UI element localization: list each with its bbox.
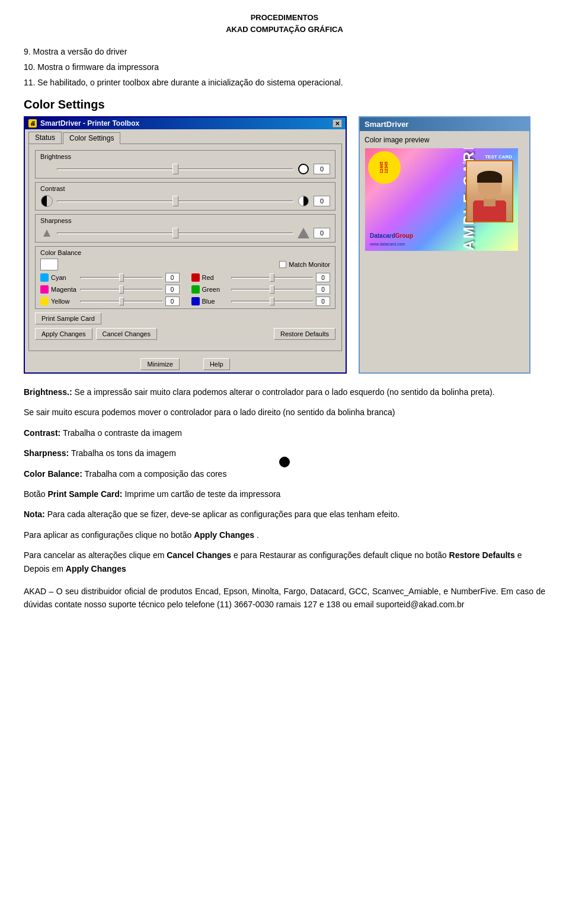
magenta-value: 0: [165, 285, 180, 294]
color-image-preview-label: Color image preview: [365, 136, 525, 144]
match-monitor-row: Match Monitor: [279, 261, 330, 268]
blue-value: 0: [316, 297, 330, 306]
cancel-intro: Para cancelar as alterações clique em: [24, 550, 167, 560]
apply-description: Para aplicar as configurações clique no …: [24, 528, 545, 541]
sharpness-slider[interactable]: [57, 229, 293, 237]
restore-defaults-term: Restore Defaults: [449, 550, 515, 560]
contrast-group: Contrast 0: [35, 182, 335, 211]
sharpness-group: Sharpness 0: [35, 214, 335, 243]
minimize-button[interactable]: Minimize: [140, 358, 179, 370]
card-preview: 12445 12345 TEST CARD abcdefghijklmnopqr…: [365, 148, 519, 251]
blue-slider[interactable]: [231, 298, 314, 304]
color-balance-term: Color Balance:: [24, 469, 82, 479]
magenta-slider-row: Magenta 0: [40, 285, 180, 294]
akad-footer: AKAD – O seu distribuidor oficial de pro…: [24, 585, 545, 611]
red-slider[interactable]: [231, 275, 314, 281]
green-slider[interactable]: [231, 286, 314, 292]
sharpness-text: Trabalha os tons da imagem: [71, 448, 176, 458]
cyan-slider[interactable]: [80, 275, 163, 281]
card-website: www.datacard.com: [370, 242, 405, 246]
item-10-text: Mostra o firmware da impressora: [37, 62, 159, 72]
contrast-row: 0: [40, 195, 330, 208]
match-monitor-checkbox[interactable]: [279, 261, 286, 268]
color-balance-label: Color Balance: [40, 249, 330, 256]
smartdriver-title: SmartDriver: [365, 120, 408, 129]
blue-slider-row: Blue 0: [191, 297, 331, 306]
apply-changes-button[interactable]: Apply Changes: [35, 328, 92, 340]
brightness-light-icon: [297, 163, 310, 176]
brightness-row: 0: [40, 163, 330, 176]
brightness-group: Brightness 0: [35, 150, 335, 179]
nota-term: Nota:: [24, 509, 45, 519]
red-slider-row: Red 0: [191, 273, 331, 282]
nota-description: Nota: Para cada alteração que se fizer, …: [24, 508, 545, 521]
cancel-description: Para cancelar as alterações clique em Ca…: [24, 549, 545, 575]
magenta-slider[interactable]: [80, 286, 163, 292]
cancel-text: e para Restaurar as configurações defaul…: [234, 550, 449, 560]
sharpness-dark-description: Se sair muito escura podemos mover o con…: [24, 406, 545, 419]
tab-status[interactable]: Status: [28, 132, 62, 144]
apply-text: .: [257, 530, 259, 540]
color-settings-heading: Color Settings: [24, 98, 545, 111]
sharpness-large-icon: [297, 227, 310, 240]
contrast-light-icon: [297, 195, 310, 208]
sharpness-value: 0: [314, 228, 330, 238]
brightness-label: Brightness: [40, 153, 330, 160]
color-balance-description: Color Balance: Trabalha com a composição…: [24, 467, 545, 480]
contrast-value: 0: [314, 196, 330, 206]
action-buttons-row: Apply Changes Cancel Changes Restore Def…: [35, 328, 335, 340]
help-button[interactable]: Help: [203, 358, 230, 370]
tab-color-settings[interactable]: Color Settings: [63, 132, 120, 144]
cancel-changes-button[interactable]: Cancel Changes: [96, 328, 157, 340]
color-balance-group: Color Balance Match Monitor Cyan: [35, 246, 335, 309]
toolbox-content: Brightness 0: [28, 144, 342, 351]
botao-text: Botão: [24, 489, 47, 499]
yellow-slider-row: Yellow 0: [40, 297, 180, 306]
green-slider-row: Green 0: [191, 285, 331, 294]
print-sample-card-button[interactable]: Print Sample Card: [35, 313, 101, 324]
contrast-text: Trabalha o contraste da imagem: [63, 428, 182, 438]
sharpness-row: 0: [40, 227, 330, 240]
restore-defaults-button[interactable]: Restore Defaults: [274, 328, 335, 340]
red-dot: [191, 273, 200, 282]
magenta-label: Magenta: [51, 286, 78, 293]
smartdriver-titlebar: SmartDriver: [360, 117, 529, 131]
bottom-buttons-row: Minimize Help: [25, 355, 346, 372]
header-line1: PROCEDIMENTOS: [24, 12, 545, 24]
contrast-label: Contrast: [40, 185, 330, 192]
magenta-dot: [40, 285, 49, 294]
item-9-text: Mostra a versão do driver: [33, 47, 127, 56]
cyan-dot: [40, 273, 49, 282]
item-11-number: 11.: [24, 78, 35, 87]
brightness-slider[interactable]: [57, 165, 293, 173]
item-10-number: 10.: [24, 62, 35, 72]
item-11: 11. Se habilitado, o printer toolbox abr…: [24, 78, 545, 87]
print-sample-term: Print Sample Card:: [47, 489, 122, 499]
apply-intro: Para aplicar as configurações clique no …: [24, 530, 194, 540]
color-balance-preview-box: [40, 259, 58, 270]
smartdriver-content: Color image preview 12445 12345 TEST CAR…: [360, 131, 529, 256]
yellow-slider[interactable]: [80, 298, 163, 304]
face-hair: [477, 171, 502, 183]
yellow-value: 0: [165, 297, 180, 306]
brightness-dark-icon: [40, 163, 53, 176]
brightness-value: 0: [314, 164, 330, 174]
datacard-logo-area: DatacardGroup: [370, 232, 462, 239]
close-icon[interactable]: ✕: [333, 119, 342, 128]
cancel-changes-term: Cancel Changes: [167, 550, 231, 560]
yellow-label: Yellow: [51, 298, 78, 305]
item-11-text: Se habilitado, o printer toolbox abre du…: [37, 78, 343, 87]
toolbox-titlebar: 🖨 SmartDriver - Printer Toolbox ✕: [25, 117, 346, 129]
green-dot: [191, 285, 200, 294]
item-10: 10. Mostra o firmware da impressora: [24, 62, 545, 72]
print-sample-text: Imprime um cartão de teste da impressora: [124, 489, 280, 499]
toolbox-title: SmartDriver - Printer Toolbox: [40, 119, 139, 128]
apply-changes-term: Apply Changes: [194, 530, 254, 540]
print-sample-row: Print Sample Card: [35, 313, 335, 324]
blue-dot: [191, 297, 200, 305]
text-content: Brightness.: Se a impressão sair muito c…: [24, 385, 545, 575]
sharpness-label: Sharpness: [40, 217, 330, 224]
titlebar-left: 🖨 SmartDriver - Printer Toolbox: [28, 119, 139, 128]
contrast-slider[interactable]: [57, 197, 293, 205]
nota-text: Para cada alteração que se fizer, deve-s…: [47, 509, 400, 519]
